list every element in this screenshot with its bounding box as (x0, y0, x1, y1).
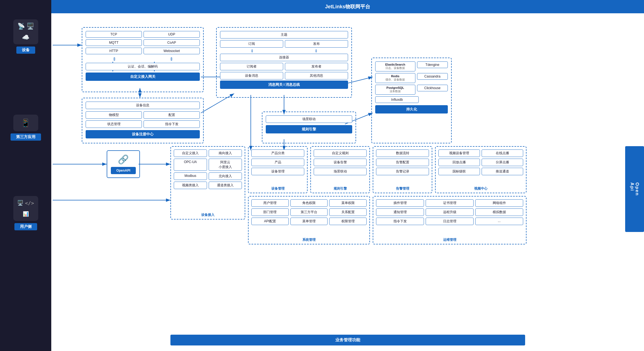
perm-mgmt-chip: 权限管理 (329, 218, 367, 225)
tcp-chip: TCP (86, 31, 142, 38)
relation-config-chip: 关系配置 (329, 208, 367, 216)
clickhouse-chip: Clickhouse (417, 85, 448, 91)
platform-title: JetLinks物联网平台 (51, 0, 644, 13)
log-mgmt-chip: 日志管理 (426, 218, 474, 225)
scene-linkage-chip: 场景联动 (314, 168, 367, 175)
more-chip: ... (475, 218, 523, 225)
alarm-log-chip: 告警记录 (376, 168, 429, 175)
alarm-mgmt-box: 数据流转 告警配置 告警记录 告警管理 (373, 146, 432, 193)
rule-section-label: 规则引擎 (334, 186, 347, 191)
device-mgmt-box: 产品分类 产品 设备管理 设备管理 (248, 146, 308, 193)
topic-chip: 主题 (220, 31, 348, 38)
sys-mgmt-box: 用户管理 角色权限 菜单权限 部门管理 第三方平台 关系配置 API配置 菜单管… (248, 196, 370, 244)
device-msg-chip: 设备消息 (220, 72, 283, 79)
openapi-btn: OpenAPI (111, 167, 136, 174)
cassandra-chip: Cassandra (417, 73, 448, 80)
alarm-config-chip: 告警配置 (376, 159, 429, 166)
business-mgmt-btn: 业务管理功能 (170, 335, 525, 345)
model-chip: 物模型 (86, 111, 142, 119)
product-chip: 产品 (251, 159, 304, 166)
status-chip: 状态管理 (86, 120, 142, 128)
video-access-chip: 视频类接入 (174, 182, 207, 189)
cmd-chip: 指令下发 (144, 120, 200, 128)
udp-chip: UDP (144, 31, 200, 38)
register-btn: 设备注册中心 (86, 130, 200, 138)
sys-mgmt-label: 系统管理 (302, 238, 316, 242)
connector-chip: 连接器 (220, 54, 348, 61)
open-api-right-label: OpenApi (630, 182, 640, 196)
auth-chip: 认证、会话、编解码 (86, 63, 200, 70)
device-access-label: 设备接入 (201, 213, 214, 217)
left-sidebar: 📡 🖥️ ☁️ 设备 📱 第三方应用 🖥️ </> 📊 用户侧 (0, 0, 51, 351)
device-mgmt-label: 设备管理 (271, 186, 285, 191)
http-chip: HTTP (86, 48, 142, 54)
mqtt-chip: MQTT (86, 39, 142, 46)
code-icon: </> (25, 200, 34, 206)
diagram-area: TCP UDP MQTT CoAP HTTP Websocket ⇕ ⇕ 认证、… (51, 13, 644, 350)
redis-chip: Redis 缓存、设备数据 (375, 73, 415, 83)
north-access-chip: 北向接入 (209, 172, 242, 180)
split-screen-chip: 分屏点播 (482, 159, 523, 166)
video-center-box: 视频设备管理 在线点播 回放点播 分屏点播 国标级联 推送通道 视频中心 (435, 146, 527, 193)
dept-mgmt-chip: 部门管理 (251, 208, 289, 216)
mobile-icon: 📱 (21, 118, 30, 128)
scene-chip: 场景联动 (266, 115, 352, 123)
alarm-mgmt-label: 告警管理 (396, 186, 409, 191)
south-access-chip: 南向接入 (209, 149, 242, 157)
modbus-chip: Modbus (174, 172, 207, 180)
subscribe-chip: 订阅 (220, 40, 283, 48)
ops-mgmt-label: 运维管理 (443, 238, 456, 242)
push-channel-chip: 推送通道 (482, 168, 523, 175)
publisher-chip: 发布者 (285, 63, 348, 70)
chart-icon: 📊 (23, 211, 29, 217)
monitor-icon: 🖥️ (17, 200, 23, 206)
rule-btn: 规则引擎 (266, 125, 352, 133)
device-icon: 🖥️ (27, 23, 34, 30)
gateway-btn: 自定义接入网关 (86, 73, 200, 81)
sidebar-group-thirdparty: 📱 第三方应用 (11, 115, 41, 141)
menu-perm-chip: 菜单权限 (329, 199, 367, 207)
msg-gateway-btn: 消息网关 I 消息总线 (220, 81, 348, 89)
plugin-mgmt-chip: 插件管理 (376, 199, 424, 207)
remote-upgrade-chip: 远程升级 (426, 208, 474, 216)
userside-icons-box: 🖥️ </> 📊 (13, 196, 38, 221)
open-api-right-panel: OpenApi (625, 146, 644, 232)
simulate-data-chip: 模拟数据 (475, 208, 523, 216)
tdengine-chip: Tdengine (417, 61, 448, 68)
wifi-icon: 📡 (17, 23, 25, 30)
notify-mgmt-chip: 通知管理 (376, 208, 424, 216)
data-flow-chip: 数据流转 (376, 149, 429, 157)
channel-access-chip: 通道类接入 (209, 182, 242, 189)
third-platform-chip: 第三方平台 (290, 208, 328, 216)
gb-cascade-chip: 国标级联 (438, 168, 480, 175)
custom-access-chip: 自定义接入 (174, 149, 207, 157)
main-content: JetLinks物联网平台 (51, 0, 644, 351)
openapi-box: 🔗 OpenAPI (107, 150, 140, 178)
product-category-chip: 产品分类 (251, 149, 304, 157)
websocket-chip: Websocket (144, 48, 200, 54)
device-info-box: 设备信息 物模型 配置 状态管理 指令下发 设备注册中心 (82, 98, 204, 143)
api-config-chip: API配置 (251, 218, 289, 225)
aliyun-chip: 阿里云 小度接入 (209, 159, 242, 171)
network-comp-chip: 网络组件 (475, 199, 523, 207)
sidebar-group-userside: 🖥️ </> 📊 用户侧 (13, 196, 38, 230)
custom-rule-chip: 自定义规则 (314, 149, 367, 157)
coap-chip: CoAP (144, 39, 200, 46)
publish-chip: 发布 (285, 40, 348, 48)
rule-engine-box: 场景联动 规则引擎 (262, 112, 356, 143)
video-center-label: 视频中心 (474, 186, 487, 191)
online-vod-chip: 在线点播 (482, 149, 523, 157)
rule-section-box: 自定义规则 设备告警 场景联动 规则引擎 (310, 146, 370, 193)
replay-vod-chip: 回放点播 (438, 159, 480, 166)
persistence-btn: 持久化 (375, 105, 448, 113)
device-alarm-chip: 设备告警 (314, 159, 367, 166)
message-bus-box: 主题 订阅 发布 ⇕ ⇕ 连接器 订阅者 发布者 设备消息 其他消息 消息网关 … (216, 27, 352, 98)
device-access-box: 自定义接入 南向接入 OPC-UA 阿里云 小度接入 Modbus 北向接入 视… (170, 146, 245, 220)
pg-chip: PostgreSQL 业务数据 (375, 85, 415, 95)
thirdparty-icons-box: 📱 (13, 115, 38, 131)
cloud-icon: ☁️ (22, 34, 29, 41)
device-label: 设备 (16, 47, 35, 54)
influxdb-chip: Influxdb (375, 96, 419, 103)
thirdparty-label: 第三方应用 (11, 133, 41, 141)
role-perm-chip: 角色权限 (290, 199, 328, 207)
